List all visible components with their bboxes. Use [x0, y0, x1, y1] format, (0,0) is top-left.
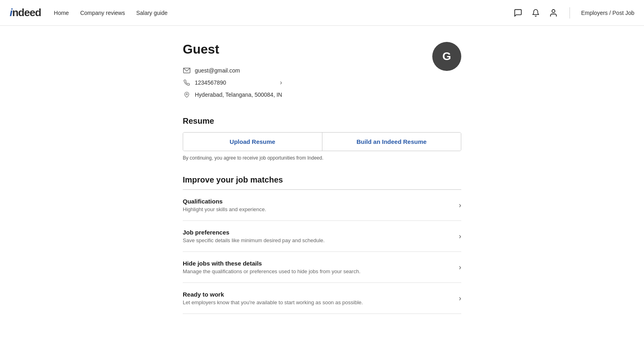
- resume-section-title: Resume: [183, 116, 461, 126]
- job-preferences-title: Job preferences: [183, 229, 325, 236]
- resume-section: Resume Upload Resume Build an Indeed Res…: [183, 116, 461, 161]
- nav-right: Employers / Post Job: [513, 7, 634, 19]
- phone-edit-arrow[interactable]: ›: [280, 79, 282, 86]
- avatar[interactable]: G: [432, 42, 461, 71]
- improve-section-title: Improve your job matches: [183, 175, 461, 185]
- job-preferences-arrow: ›: [459, 232, 461, 241]
- resume-disclaimer: By continuing, you agree to receive job …: [183, 155, 461, 161]
- qualifications-title: Qualifications: [183, 198, 266, 205]
- qualifications-item[interactable]: Qualifications Highlight your skills and…: [183, 190, 461, 221]
- qualifications-content: Qualifications Highlight your skills and…: [183, 198, 266, 212]
- hide-jobs-item[interactable]: Hide jobs with these details Manage the …: [183, 252, 461, 283]
- ready-to-work-arrow: ›: [459, 294, 461, 303]
- messages-icon[interactable]: [513, 8, 523, 18]
- hide-jobs-desc: Manage the qualifications or preferences…: [183, 268, 361, 274]
- profile-name: Guest: [183, 42, 282, 57]
- hide-jobs-title: Hide jobs with these details: [183, 260, 361, 267]
- location-row: Hyderabad, Telangana, 500084, IN: [183, 91, 282, 99]
- phone-icon: [183, 79, 191, 87]
- nav-divider: [570, 7, 570, 19]
- ready-to-work-title: Ready to work: [183, 291, 363, 298]
- indeed-logo[interactable]: indeed: [10, 6, 41, 19]
- profile-header: Guest guest@gmail.com: [183, 42, 461, 102]
- improve-section: Improve your job matches Qualifications …: [183, 175, 461, 314]
- nav-salary-guide[interactable]: Salary guide: [136, 10, 167, 16]
- ready-to-work-desc: Let employers know that you're available…: [183, 299, 363, 305]
- navbar: indeed Home Company reviews Salary guide…: [0, 0, 644, 26]
- qualifications-arrow: ›: [459, 201, 461, 210]
- job-preferences-content: Job preferences Save specific details li…: [183, 229, 325, 243]
- hide-jobs-arrow: ›: [459, 263, 461, 272]
- notifications-icon[interactable]: [531, 8, 541, 18]
- nav-links: Home Company reviews Salary guide: [54, 10, 513, 16]
- user-icon[interactable]: [549, 8, 558, 18]
- build-resume-button[interactable]: Build an Indeed Resume: [322, 133, 461, 151]
- location-value: Hyderabad, Telangana, 500084, IN: [195, 91, 282, 98]
- ready-to-work-item[interactable]: Ready to work Let employers know that yo…: [183, 283, 461, 314]
- qualifications-desc: Highlight your skills and experience.: [183, 206, 266, 212]
- nav-company-reviews[interactable]: Company reviews: [80, 10, 125, 16]
- svg-point-2: [186, 93, 188, 95]
- email-row: guest@gmail.com: [183, 66, 282, 75]
- ready-to-work-content: Ready to work Let employers know that yo…: [183, 291, 363, 305]
- phone-value: 1234567890: [195, 79, 226, 86]
- email-icon: [183, 66, 191, 75]
- email-value: guest@gmail.com: [195, 67, 240, 74]
- job-preferences-item[interactable]: Job preferences Save specific details li…: [183, 221, 461, 252]
- nav-home[interactable]: Home: [54, 10, 69, 16]
- hide-jobs-content: Hide jobs with these details Manage the …: [183, 260, 361, 274]
- employers-link[interactable]: Employers / Post Job: [581, 10, 634, 16]
- contact-info: guest@gmail.com 1234567890 ›: [183, 66, 282, 99]
- svg-point-0: [552, 9, 555, 12]
- resume-buttons-container: Upload Resume Build an Indeed Resume: [183, 132, 461, 151]
- profile-info: Guest guest@gmail.com: [183, 42, 282, 102]
- job-preferences-desc: Save specific details like minimum desir…: [183, 237, 325, 243]
- location-icon: [183, 91, 191, 99]
- upload-resume-button[interactable]: Upload Resume: [183, 133, 322, 151]
- main-content: Guest guest@gmail.com: [173, 26, 471, 338]
- phone-row[interactable]: 1234567890 ›: [183, 79, 282, 87]
